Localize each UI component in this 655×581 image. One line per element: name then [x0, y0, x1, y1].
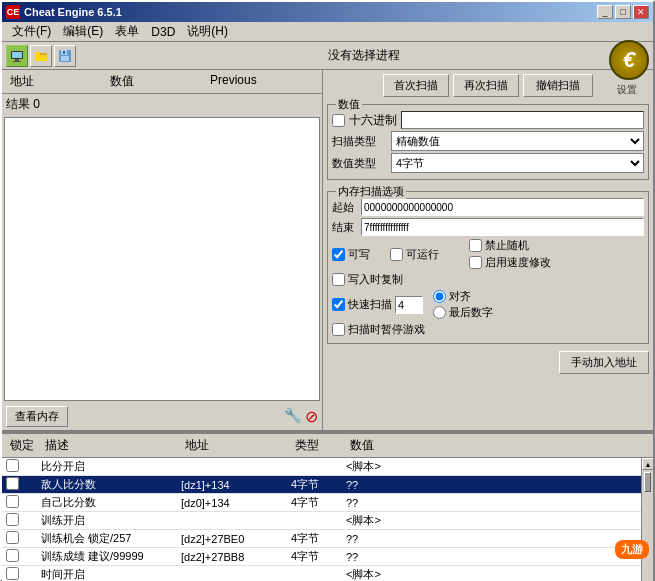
- right-panel: 首次扫描 再次扫描 撤销扫描 数值 十六进制 扫描类型 精确数值: [323, 70, 653, 430]
- bottom-scrollbar[interactable]: ▲ ▼: [641, 458, 653, 581]
- table-row[interactable]: 时间开启 <脚本>: [2, 566, 641, 581]
- main-content: 地址 数值 Previous 结果 0 查看内存 🔧 ⊘ 首次扫描 再次扫描: [2, 70, 653, 430]
- col-addr: 地址: [181, 436, 291, 455]
- close-button[interactable]: ✕: [633, 5, 649, 19]
- results-count: 结果 0: [2, 94, 322, 115]
- menu-d3d[interactable]: D3D: [145, 23, 181, 41]
- jiuyou-text: 九游: [621, 542, 643, 557]
- jiuyou-badge: 九游: [615, 540, 649, 559]
- list-headers: 地址 数值 Previous: [2, 70, 322, 94]
- table-row[interactable]: 训练成绩 建议/99999 [dz2]+27BB8 4字节 ??: [2, 548, 641, 566]
- col-locked: 锁定: [6, 436, 41, 455]
- open-file-button[interactable]: [30, 45, 52, 67]
- end-address-input[interactable]: [361, 218, 644, 236]
- maximize-button[interactable]: □: [615, 5, 631, 19]
- memory-section: 内存扫描选项 起始 结束 可写 可运行: [327, 191, 649, 344]
- bottom-list[interactable]: 比分开启 <脚本> 敌人比分数 [dz1]+134 4字节 ?? 自己比分数 […: [2, 458, 641, 581]
- lock-checkbox[interactable]: [6, 477, 19, 490]
- writable-label: 可写: [348, 247, 370, 262]
- fast-scan-checkbox[interactable]: [332, 298, 345, 311]
- table-row[interactable]: 训练机会 锁定/257 [dz2]+27BE0 4字节 ??: [2, 530, 641, 548]
- pause-game-checkbox[interactable]: [332, 323, 345, 336]
- main-window: CE Cheat Engine 6.5.1 _ □ ✕ 文件(F) 编辑(E) …: [0, 0, 655, 581]
- value-type-label: 数值类型: [332, 156, 387, 171]
- address-header: 地址: [6, 72, 86, 91]
- bottom-table-container: 比分开启 <脚本> 敌人比分数 [dz1]+134 4字节 ?? 自己比分数 […: [2, 458, 653, 581]
- table-row[interactable]: 比分开启 <脚本>: [2, 458, 641, 476]
- undo-scan-button[interactable]: 撤销扫描: [523, 74, 593, 97]
- hex-checkbox[interactable]: [332, 114, 345, 127]
- save-icon: [58, 49, 72, 63]
- lock-checkbox[interactable]: [6, 549, 19, 562]
- value-header: 数值: [106, 72, 186, 91]
- wrench-icon: 🔧: [284, 407, 301, 426]
- lock-checkbox[interactable]: [6, 513, 19, 526]
- copy-on-write-label: 写入时复制: [348, 272, 403, 287]
- settings-text[interactable]: 设置: [617, 84, 637, 95]
- scan-type-select[interactable]: 精确数值: [391, 131, 644, 151]
- right-options: 禁止随机 启用速度修改: [469, 238, 551, 270]
- bottom-section: 锁定 描述 地址 类型 数值 比分开启 <脚本> 敌人比分数 [dz1]+134: [2, 430, 653, 581]
- menu-edit[interactable]: 编辑(E): [57, 21, 109, 42]
- scroll-up-arrow[interactable]: ▲: [642, 458, 653, 470]
- svg-rect-10: [63, 51, 65, 54]
- minimize-button[interactable]: _: [597, 5, 613, 19]
- lock-checkbox[interactable]: [6, 459, 19, 472]
- col-desc: 描述: [41, 436, 181, 455]
- svg-rect-1: [15, 59, 19, 61]
- value-type-select[interactable]: 4字节: [391, 153, 644, 173]
- table-row[interactable]: 敌人比分数 [dz1]+134 4字节 ??: [2, 476, 641, 494]
- speed-mod-label: 启用速度修改: [485, 255, 551, 270]
- executable-checkbox[interactable]: [390, 248, 403, 261]
- process-title: 没有选择进程: [78, 47, 649, 64]
- settings-label: 设置: [603, 82, 651, 97]
- scan-results-list[interactable]: [4, 117, 320, 401]
- copy-on-write-checkbox[interactable]: [332, 273, 345, 286]
- app-icon: CE: [6, 5, 20, 19]
- menu-table[interactable]: 表单: [109, 21, 145, 42]
- first-scan-button[interactable]: 首次扫描: [383, 74, 449, 97]
- lock-checkbox[interactable]: [6, 531, 19, 544]
- left-bottom: 查看内存 🔧 ⊘: [2, 403, 322, 430]
- executable-label: 可运行: [406, 247, 439, 262]
- last-digit-radio[interactable]: [433, 306, 446, 319]
- col-value: 数值: [346, 436, 401, 455]
- svg-rect-5: [35, 55, 47, 61]
- lock-checkbox[interactable]: [6, 495, 19, 508]
- menu-file[interactable]: 文件(F): [6, 21, 57, 42]
- no-random-label: 禁止随机: [485, 238, 529, 253]
- menu-help[interactable]: 说明(H): [181, 21, 234, 42]
- align-radio[interactable]: [433, 290, 446, 303]
- svg-rect-6: [35, 52, 40, 55]
- view-memory-button[interactable]: 查看内存: [6, 406, 68, 427]
- end-label: 结束: [332, 220, 357, 235]
- value-input[interactable]: [401, 111, 644, 129]
- logo-container: €: [609, 40, 649, 80]
- next-scan-button[interactable]: 再次扫描: [453, 74, 519, 97]
- start-address-input[interactable]: [361, 198, 644, 216]
- lock-checkbox[interactable]: [6, 567, 19, 580]
- menu-bar: 文件(F) 编辑(E) 表单 D3D 说明(H): [2, 22, 653, 42]
- table-row[interactable]: 自己比分数 [dz0]+134 4字节 ??: [2, 494, 641, 512]
- speed-mod-checkbox[interactable]: [469, 256, 482, 269]
- ce-logo: €: [609, 40, 649, 80]
- open-process-button[interactable]: [6, 45, 28, 67]
- writable-checkbox[interactable]: [332, 248, 345, 261]
- folder-icon: [34, 49, 48, 63]
- svg-rect-9: [61, 56, 69, 61]
- col-type: 类型: [291, 436, 346, 455]
- table-row[interactable]: 训练开启 <脚本>: [2, 512, 641, 530]
- svg-rect-2: [13, 61, 21, 62]
- scan-type-label: 扫描类型: [332, 134, 387, 149]
- toolbar: 没有选择进程 €: [2, 42, 653, 70]
- fast-scan-input[interactable]: [395, 296, 423, 314]
- start-label: 起始: [332, 200, 357, 215]
- hex-label: 十六进制: [349, 112, 397, 129]
- window-controls: _ □ ✕: [597, 5, 649, 19]
- value-section: 数值 十六进制 扫描类型 精确数值 数值类型 4字节: [327, 104, 649, 180]
- save-button[interactable]: [54, 45, 76, 67]
- manual-add-button[interactable]: 手动加入地址: [559, 351, 649, 374]
- computer-icon: [10, 49, 24, 63]
- no-random-checkbox[interactable]: [469, 239, 482, 252]
- cancel-icon[interactable]: ⊘: [305, 407, 318, 426]
